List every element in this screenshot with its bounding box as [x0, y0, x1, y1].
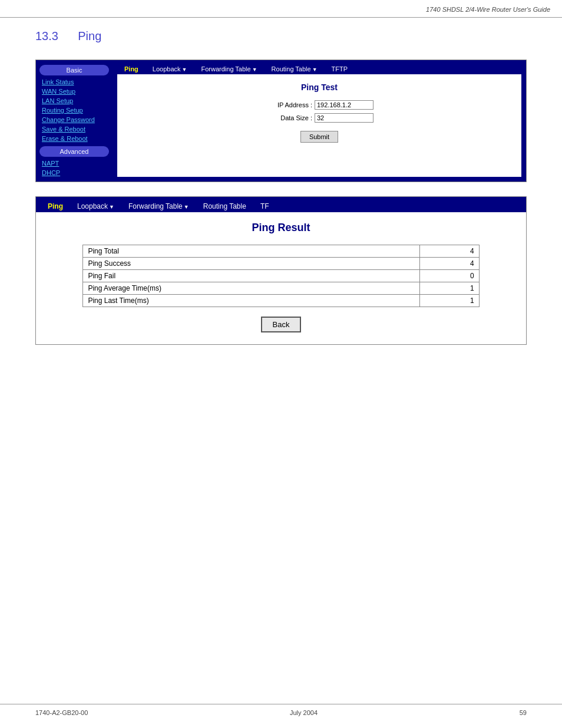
sidebar-link-dhcp[interactable]: DHCP	[39, 169, 109, 177]
ping-test-title: Ping Test	[125, 83, 513, 92]
advanced-button[interactable]: Advanced	[39, 146, 109, 157]
back-button[interactable]: Back	[261, 317, 302, 332]
row-label: Ping Last Time(ms)	[83, 295, 419, 307]
basic-button[interactable]: Basic	[39, 65, 109, 75]
section-number: 13.3	[35, 29, 58, 42]
tab-routing[interactable]: Routing Table▼	[266, 64, 323, 74]
loopback-chevron: ▼	[182, 67, 187, 73]
result-forwarding-chevron: ▼	[184, 204, 189, 210]
page-header: 1740 SHDSL 2/4-Wire Router User's Guide	[0, 0, 562, 18]
table-row: Ping Last Time(ms)1	[83, 295, 479, 307]
row-value: 4	[419, 258, 479, 270]
result-container: Ping Loopback▼ Forwarding Table▼ Routing…	[36, 197, 526, 344]
ip-input[interactable]	[315, 100, 373, 110]
row-label: Ping Success	[83, 258, 419, 270]
result-loopback-chevron: ▼	[109, 204, 114, 210]
footer-center: July 2004	[290, 709, 318, 716]
page-footer: 1740-A2-GB20-00 July 2004 59	[0, 704, 562, 716]
ping-test-panel: Ping Test IP Address : Data Size : Submi…	[117, 74, 521, 177]
sidebar-link-save[interactable]: Save & Reboot	[39, 125, 109, 133]
result-tab-forwarding[interactable]: Forwarding Table▼	[123, 200, 195, 212]
row-label: Ping Total	[83, 245, 419, 258]
back-btn-row: Back	[48, 317, 514, 332]
section-heading: 13.3 Ping	[0, 18, 562, 49]
sidebar: Basic Link Status WAN Setup LAN Setup Ro…	[36, 60, 113, 182]
result-tabs-bar: Ping Loopback▼ Forwarding Table▼ Routing…	[36, 197, 526, 212]
tabs-bar: Ping Loopback▼ Forwarding Table▼ Routing…	[113, 60, 526, 74]
tab-ping[interactable]: Ping	[118, 64, 144, 74]
table-row: Ping Total4	[83, 245, 479, 258]
main-content-area: Ping Loopback▼ Forwarding Table▼ Routing…	[113, 60, 526, 182]
ping-result-table: Ping Total4Ping Success4Ping Fail0Ping A…	[82, 245, 479, 307]
submit-button[interactable]: Submit	[300, 131, 338, 143]
row-value: 4	[419, 245, 479, 258]
sidebar-link-erase[interactable]: Erase & Reboot	[39, 134, 109, 143]
tab-forwarding[interactable]: Forwarding Table▼	[195, 64, 263, 74]
sidebar-link-password[interactable]: Change Password	[39, 116, 109, 124]
row-value: 1	[419, 282, 479, 295]
row-label: Ping Average Time(ms)	[83, 282, 419, 295]
footer-right: 59	[520, 709, 527, 716]
tab-tftp[interactable]: TFTP	[326, 64, 354, 74]
sidebar-link-routing[interactable]: Routing Setup	[39, 106, 109, 114]
sidebar-link-napt[interactable]: NAPT	[39, 159, 109, 167]
sidebar-link-lan[interactable]: LAN Setup	[39, 97, 109, 105]
ping-result-title: Ping Result	[48, 222, 514, 234]
ip-label: IP Address :	[265, 101, 312, 108]
data-size-input[interactable]	[315, 113, 373, 123]
table-row: Ping Success4	[83, 258, 479, 270]
table-row: Ping Fail0	[83, 270, 479, 282]
result-tab-loopback[interactable]: Loopback▼	[71, 200, 120, 212]
result-tab-ping[interactable]: Ping	[42, 200, 69, 212]
data-size-row: Data Size :	[265, 113, 373, 123]
footer-left: 1740-A2-GB20-00	[35, 709, 88, 716]
data-size-label: Data Size :	[265, 114, 312, 121]
sidebar-link-wan[interactable]: WAN Setup	[39, 87, 109, 95]
header-title: 1740 SHDSL 2/4-Wire Router User's Guide	[426, 6, 550, 13]
section-title: Ping	[78, 29, 101, 42]
row-value: 1	[419, 295, 479, 307]
routing-chevron: ▼	[312, 67, 318, 73]
forwarding-chevron: ▼	[252, 67, 257, 73]
row-value: 0	[419, 270, 479, 282]
ip-row: IP Address :	[265, 100, 373, 110]
ping-result-content: Ping Result Ping Total4Ping Success4Ping…	[36, 212, 526, 344]
ping-form: IP Address : Data Size : Submit	[125, 100, 513, 143]
row-label: Ping Fail	[83, 270, 419, 282]
result-tab-routing[interactable]: Routing Table	[197, 200, 252, 212]
tab-loopback[interactable]: Loopback▼	[147, 64, 193, 74]
second-screenshot: Ping Loopback▼ Forwarding Table▼ Routing…	[35, 196, 527, 345]
first-screenshot: Basic Link Status WAN Setup LAN Setup Ro…	[35, 60, 527, 182]
result-tab-tf[interactable]: TF	[254, 200, 275, 212]
sidebar-link-status[interactable]: Link Status	[39, 78, 109, 86]
table-row: Ping Average Time(ms)1	[83, 282, 479, 295]
